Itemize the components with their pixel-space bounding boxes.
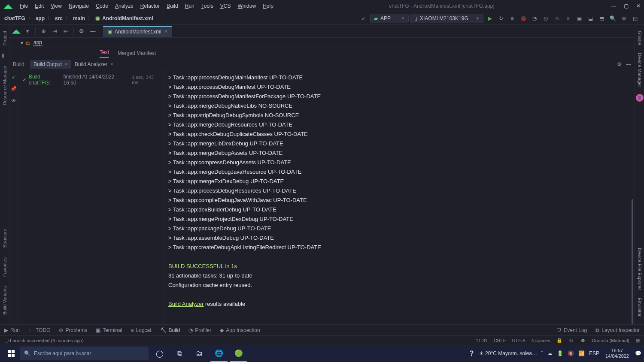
tab-layout-inspector[interactable]: ⧉Layout Inspector — [595, 327, 640, 333]
gradle-tool-button[interactable]: Gradle — [637, 31, 642, 45]
breadcrumb-item[interactable]: chatTFG — [4, 15, 25, 21]
tab-text[interactable]: Text — [100, 49, 109, 58]
ide-settings-icon[interactable]: ▤ — [635, 338, 640, 343]
file-encoding[interactable]: UTF-8 — [512, 338, 525, 343]
close-icon[interactable]: ✕ — [110, 62, 113, 66]
sync-icon[interactable]: ↙ — [359, 14, 368, 23]
menu-code[interactable]: Code — [93, 2, 111, 10]
android-studio-icon[interactable]: 🟢 — [230, 345, 247, 362]
resource-manager-tool-button[interactable]: Resource Manager — [2, 65, 7, 106]
device-manager-tool-button[interactable]: Device Manager — [637, 53, 642, 87]
structure-tool-button[interactable]: Structure — [2, 229, 7, 248]
language-indicator[interactable]: ESP — [589, 350, 599, 356]
breadcrumb-item[interactable]: AndroidManifest.xml — [102, 15, 153, 21]
tab-build-analyzer[interactable]: Build Analyzer ✕ — [71, 60, 117, 69]
menu-refactor[interactable]: Refactor — [138, 2, 162, 10]
coverage-icon[interactable]: ◔ — [530, 14, 539, 23]
scrollbar-thumb[interactable] — [632, 199, 633, 324]
build-tree-root[interactable]: ✔ Build chatTFG: finished At 14/04/2022 … — [22, 74, 159, 86]
close-button[interactable]: ✕ — [636, 3, 641, 9]
close-tab-icon[interactable]: ✕ — [164, 29, 168, 34]
search-everywhere-icon[interactable]: 🔍 — [608, 14, 617, 23]
breadcrumb-item[interactable]: src — [55, 15, 63, 21]
build-variants-tool-button[interactable]: Build Variants — [2, 286, 7, 315]
editor-file-tab[interactable]: ▣ AndroidManifest.xml ✕ — [103, 26, 172, 37]
module-name[interactable]: app — [33, 39, 43, 46]
menu-build[interactable]: Build — [164, 2, 181, 10]
menu-help[interactable]: Help — [260, 2, 276, 10]
tab-app-inspection[interactable]: ◆App Inspection — [220, 327, 260, 333]
tab-build-output[interactable]: Build Output ✕ — [30, 60, 71, 69]
attach-debugger-icon[interactable]: ⎋ — [552, 14, 562, 23]
menu-navigate[interactable]: Navigate — [66, 2, 91, 10]
dropdown-icon[interactable]: ▾ — [23, 28, 32, 34]
menu-tools[interactable]: Tools — [199, 2, 216, 10]
expand-icon[interactable]: ⇤ — [61, 28, 70, 34]
settings-icon[interactable]: ⚙ — [619, 14, 629, 23]
minimize-button[interactable]: — — [611, 3, 616, 9]
taskbar-search[interactable]: 🔍 Escribe aquí para buscar — [20, 347, 149, 360]
tray-chevron-icon[interactable]: ˆ — [541, 350, 543, 356]
avd-manager-icon[interactable]: ▣ — [574, 14, 584, 23]
battery-icon[interactable]: 🔋 — [557, 350, 563, 356]
status-icon[interactable]: ▢ — [4, 338, 9, 343]
chrome-icon[interactable]: 🌐 — [210, 345, 228, 362]
rerun-icon[interactable]: ↙ — [12, 74, 16, 80]
tab-terminal[interactable]: ▣Terminal — [96, 327, 122, 333]
help-tray-icon[interactable]: ❔ — [468, 350, 475, 356]
cursor-position[interactable]: 11:31 — [476, 338, 488, 343]
menu-view[interactable]: View — [48, 2, 64, 10]
tab-build[interactable]: 🔨Build — [160, 327, 180, 333]
favorites-tool-button[interactable]: Favorites — [2, 257, 7, 277]
android-view-icon[interactable]: ◢◣ — [12, 28, 21, 34]
view-icon[interactable]: 👁 — [11, 98, 16, 104]
project-structure-icon[interactable]: ▤ — [630, 14, 640, 23]
notifications-badge-icon[interactable]: 👤 — [636, 94, 644, 102]
menu-file[interactable]: File — [17, 2, 30, 10]
device-file-explorer-tool-button[interactable]: Device File Explorer — [637, 248, 642, 290]
memory-indicator-icon[interactable]: ☺ — [568, 337, 574, 344]
menu-run[interactable]: Run — [182, 2, 197, 10]
device-dropdown[interactable]: ▯ XIAOMI M2103K19G ▼ — [410, 14, 483, 23]
project-tool-button[interactable]: Project — [2, 31, 7, 45]
menu-vcs[interactable]: VCS — [218, 2, 234, 10]
resource-manager-icon[interactable]: ⬒ — [597, 14, 606, 23]
tab-logcat[interactable]: ≡Logcat — [131, 327, 152, 333]
reader-mode-icon[interactable]: 🔒 — [556, 338, 562, 343]
line-separator[interactable]: CRLF — [494, 338, 506, 343]
tab-event-log[interactable]: 🗨Event Log — [556, 327, 587, 333]
build-analyzer-link[interactable]: Build Analyzer — [168, 301, 204, 307]
tab-merged-manifest[interactable]: Merged Manifest — [118, 50, 156, 58]
theme-name[interactable]: Dracula (Material) — [592, 338, 629, 343]
tab-profiler[interactable]: ◔Profiler — [188, 327, 211, 333]
stop-icon[interactable]: ■ — [563, 14, 573, 23]
wifi-icon[interactable]: 📶 — [578, 350, 585, 356]
menu-window[interactable]: Window — [235, 2, 258, 10]
bookmarks-icon[interactable]: ▮ — [2, 52, 8, 58]
onedrive-icon[interactable]: ☁ — [547, 350, 553, 356]
hide-icon[interactable]: — — [88, 28, 97, 34]
tab-run[interactable]: ▶Run — [4, 327, 20, 333]
sdk-manager-icon[interactable]: ⬓ — [586, 14, 595, 23]
emulator-tool-button[interactable]: Emulator — [637, 298, 642, 317]
hide-panel-icon[interactable]: — — [626, 61, 631, 67]
cortana-icon[interactable]: ◯ — [151, 345, 168, 362]
start-button[interactable] — [3, 345, 20, 362]
volume-icon[interactable]: 🔇 — [568, 350, 574, 356]
rerun-icon[interactable]: ↻ — [496, 14, 506, 23]
maximize-button[interactable]: ▢ — [624, 3, 629, 9]
tree-expand-icon[interactable]: ▾ — [21, 40, 23, 46]
close-icon[interactable]: ✕ — [64, 62, 68, 66]
breadcrumb-item[interactable]: app — [36, 15, 45, 21]
debug-icon[interactable]: 🐞 — [519, 14, 528, 23]
run-button[interactable]: ▶ — [485, 14, 495, 23]
tab-problems[interactable]: ⊘Problems — [59, 327, 87, 333]
tab-todo[interactable]: ≔TODO — [28, 327, 50, 333]
indent-info[interactable]: 4 spaces — [532, 338, 550, 343]
profiler-icon[interactable]: ◴ — [541, 14, 550, 23]
ide-notifications-icon[interactable]: ☻ — [580, 337, 586, 344]
select-icon[interactable]: ⊕ — [39, 28, 48, 34]
weather-widget[interactable]: ☀ 20°C Mayorm. solea… — [479, 350, 537, 356]
action-center-icon[interactable]: 💬 — [635, 350, 641, 356]
task-view-icon[interactable]: ⧉ — [171, 345, 188, 362]
